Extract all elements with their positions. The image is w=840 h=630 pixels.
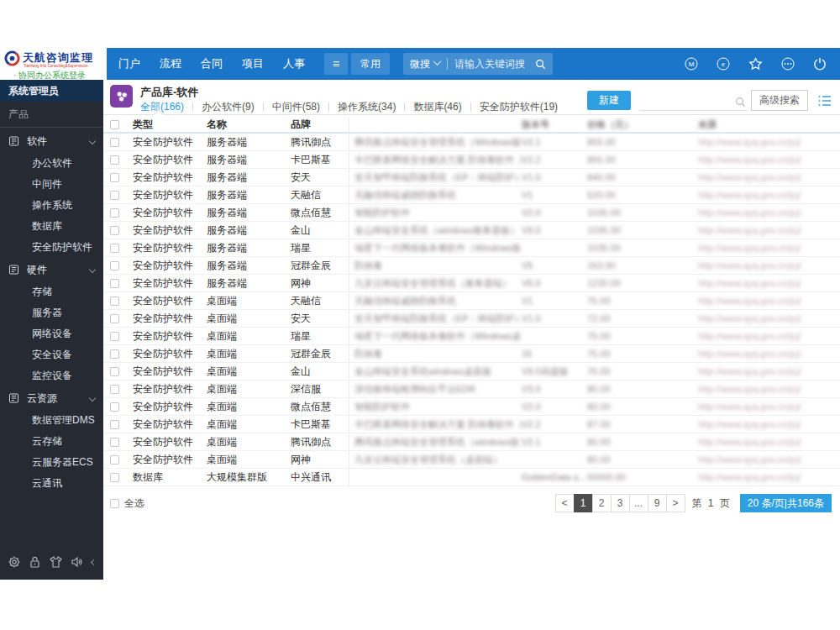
tab-1[interactable]: 办公软件(9) [202, 100, 255, 114]
cell-source-link-blurred[interactable]: http://www.qyq.gov.cn/jcj/ [698, 419, 840, 429]
row-checkbox[interactable] [110, 332, 119, 341]
sidebar-group[interactable]: 硬件 [0, 258, 103, 281]
search-input[interactable] [454, 58, 535, 70]
power-icon[interactable] [813, 57, 827, 71]
row-checkbox[interactable] [110, 261, 119, 270]
row-checkbox[interactable] [110, 385, 119, 394]
collapse-sidebar-icon[interactable] [91, 559, 97, 564]
sidebar-item[interactable]: 监控设备 [0, 365, 103, 386]
table-search-input[interactable] [639, 92, 747, 111]
sidebar-item[interactable]: 安全防护软件 [0, 237, 103, 258]
advanced-search-button[interactable]: 高级搜索 [751, 90, 808, 111]
sidebar-group[interactable]: 云资源 [0, 386, 103, 410]
cell-source-link-blurred[interactable]: http://www.qyq.gov.cn/jcj/ [698, 402, 840, 412]
sidebar-item[interactable]: 云服务器ECS [0, 452, 103, 473]
col-header-source[interactable]: 来源 [698, 118, 840, 131]
row-checkbox[interactable] [110, 138, 119, 147]
theme-shirt-icon[interactable] [49, 555, 63, 569]
sidebar-item[interactable]: 存储 [0, 281, 103, 302]
search-icon[interactable] [735, 97, 746, 108]
m-badge-icon[interactable]: M [685, 57, 698, 71]
search-scope-dropdown[interactable]: 微搜 [410, 57, 430, 71]
row-checkbox[interactable] [110, 226, 119, 235]
select-all-checkbox[interactable] [110, 499, 119, 508]
cell-source-link-blurred[interactable]: http://www.qyq.gov.cn/jcj/ [698, 260, 840, 270]
sidebar-item[interactable]: 安全设备 [0, 344, 103, 365]
tab-3[interactable]: 操作系统(34) [338, 100, 396, 114]
page-prev-button[interactable]: < [555, 494, 575, 512]
page-size-button[interactable]: 20 条/页|共166条 [740, 494, 832, 512]
cell-source-link-blurred[interactable]: http://www.qyq.gov.cn/jcj/ [698, 225, 840, 235]
cell-source-link-blurred[interactable]: http://www.qyq.gov.cn/jcj/ [698, 366, 840, 376]
row-checkbox[interactable] [110, 420, 119, 429]
col-header-version[interactable]: 版本号 [522, 118, 587, 131]
row-checkbox[interactable] [110, 314, 119, 323]
row-checkbox[interactable] [110, 438, 119, 447]
col-header-price[interactable]: 价格（元） [587, 118, 698, 131]
sidebar-item[interactable]: 云存储 [0, 431, 103, 452]
sidebar-item[interactable]: 服务器 [0, 302, 103, 323]
new-button[interactable]: 新建 [587, 91, 631, 110]
row-checkbox[interactable] [110, 455, 119, 465]
nav-common-button[interactable]: 常用 [351, 53, 390, 75]
col-header-name[interactable]: 名称 [207, 118, 291, 132]
sidebar-item[interactable]: 云通讯 [0, 473, 103, 494]
cell-source-link-blurred[interactable]: http://www.qyq.gov.cn/jcj/ [698, 137, 840, 147]
sidebar-item[interactable]: 中间件 [0, 174, 103, 195]
cell-source-link-blurred[interactable]: http://www.qyq.gov.cn/jcj/ [698, 155, 840, 165]
cell-source-link-blurred[interactable]: http://www.qyq.gov.cn/jcj/ [698, 190, 840, 200]
col-header-brand[interactable]: 品牌 [291, 117, 349, 132]
cell-source-link-blurred[interactable]: http://www.qyq.gov.cn/jcj/ [698, 313, 840, 323]
row-checkbox[interactable] [110, 297, 119, 306]
nav-item[interactable]: 人事 [283, 56, 305, 71]
sidebar-item[interactable]: 数据管理DMS [0, 410, 103, 431]
cell-source-link-blurred[interactable]: http://www.qyq.gov.cn/jcj/ [698, 278, 840, 288]
page-next-button[interactable]: > [666, 494, 685, 512]
star-icon[interactable] [748, 57, 763, 71]
page-button[interactable]: 1 [574, 494, 593, 512]
page-button[interactable]: ... [629, 494, 648, 512]
row-checkbox[interactable] [110, 402, 119, 412]
row-checkbox[interactable] [110, 349, 119, 359]
sidebar-item[interactable]: 数据库 [0, 216, 103, 237]
sidebar-group[interactable]: 软件 [0, 129, 103, 153]
cell-source-link-blurred[interactable]: http://www.qyq.gov.cn/jcj/ [698, 296, 840, 306]
nav-item[interactable]: 流程 [160, 56, 181, 71]
cell-source-link-blurred[interactable]: http://www.qyq.gov.cn/jcj/ [698, 437, 840, 447]
col-header-type[interactable]: 类型 [119, 118, 207, 132]
cell-source-link-blurred[interactable]: http://www.qyq.gov.cn/jcj/ [698, 207, 840, 218]
page-button[interactable]: 2 [592, 494, 612, 512]
cell-source-link-blurred[interactable]: http://www.qyq.gov.cn/jcj/ [698, 331, 840, 341]
list-view-icon[interactable] [818, 95, 832, 107]
select-all-checkbox[interactable] [110, 120, 119, 129]
more-icon[interactable] [781, 57, 795, 71]
page-button[interactable]: 3 [611, 494, 630, 512]
e-badge-icon[interactable]: e [717, 57, 730, 71]
row-checkbox[interactable] [110, 173, 119, 182]
nav-item[interactable]: 项目 [242, 56, 264, 71]
cell-source-link-blurred[interactable]: http://www.qyq.gov.cn/jcj/ [698, 243, 840, 253]
row-checkbox[interactable] [110, 473, 119, 482]
row-checkbox[interactable] [110, 279, 119, 288]
sound-icon[interactable] [71, 555, 84, 569]
page-button[interactable]: 9 [648, 494, 667, 512]
nav-item[interactable]: 合同 [201, 56, 223, 71]
search-icon[interactable] [535, 59, 546, 70]
gear-icon[interactable] [8, 555, 21, 569]
row-checkbox[interactable] [110, 244, 119, 253]
nav-item[interactable]: 门户 [118, 56, 140, 71]
lock-icon[interactable] [29, 555, 41, 569]
nav-menu-icon[interactable]: ≡ [324, 53, 348, 75]
tab-2[interactable]: 中间件(58) [272, 100, 320, 114]
cell-source-link-blurred[interactable]: http://www.qyq.gov.cn/jcj/ [698, 472, 840, 482]
tab-5[interactable]: 安全防护软件(19) [480, 100, 558, 114]
sidebar-item[interactable]: 网络设备 [0, 323, 103, 344]
row-checkbox[interactable] [110, 155, 119, 165]
cell-source-link-blurred[interactable]: http://www.qyq.gov.cn/jcj/ [698, 172, 840, 182]
cell-source-link-blurred[interactable]: http://www.qyq.gov.cn/jcj/ [698, 349, 840, 359]
sidebar-item[interactable]: 操作系统 [0, 195, 103, 216]
row-checkbox[interactable] [110, 191, 119, 200]
row-checkbox[interactable] [110, 208, 119, 218]
cell-source-link-blurred[interactable]: http://www.qyq.gov.cn/jcj/ [698, 384, 840, 394]
tab-4[interactable]: 数据库(46) [413, 100, 461, 114]
